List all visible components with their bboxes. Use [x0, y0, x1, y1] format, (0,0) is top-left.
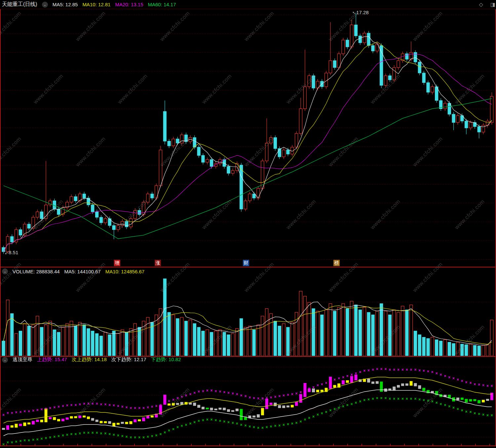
svg-text:×: × — [457, 407, 459, 411]
ad-badge[interactable]: 增 — [114, 260, 120, 266]
stock-title: 天能重工(日线) — [2, 1, 37, 8]
svg-text:×: × — [329, 408, 331, 413]
svg-text:×: × — [57, 404, 60, 409]
svg-text:×: × — [283, 423, 285, 427]
svg-text:×: × — [274, 424, 276, 428]
svg-text:×: × — [397, 396, 400, 401]
svg-text:×: × — [452, 405, 455, 410]
svg-text:×: × — [240, 393, 243, 398]
svg-text:×: × — [206, 388, 209, 393]
svg-text:×: × — [469, 410, 472, 414]
svg-text:×: × — [198, 389, 200, 394]
svg-text:×: × — [32, 437, 34, 442]
svg-text:×: × — [384, 396, 387, 400]
main-candlestick-chart[interactable] — [0, 9, 496, 267]
svg-text:×: × — [223, 390, 225, 395]
svg-text:×: × — [159, 432, 162, 436]
svg-text:×: × — [62, 433, 64, 438]
ad-badge[interactable]: 榜 — [333, 260, 340, 266]
svg-text:×: × — [436, 400, 438, 405]
svg-text:×: × — [325, 410, 327, 414]
svg-text:×: × — [79, 402, 81, 407]
svg-text:×: × — [138, 406, 140, 410]
svg-text:×: × — [134, 435, 136, 440]
svg-text:×: × — [287, 393, 289, 397]
svg-text:×: × — [185, 423, 187, 427]
svg-text:×: × — [126, 405, 128, 410]
svg-text:×: × — [308, 386, 310, 391]
svg-text:×: × — [19, 439, 21, 443]
svg-text:×: × — [236, 421, 238, 426]
svg-text:×: × — [295, 421, 298, 425]
svg-text:×: × — [11, 411, 13, 415]
svg-text:×: × — [431, 399, 434, 404]
svg-text:×: × — [266, 396, 268, 400]
svg-text:×: × — [66, 432, 68, 437]
svg-text:×: × — [83, 401, 85, 406]
chevron-down-icon[interactable]: ⌄ — [2, 357, 8, 363]
svg-text:×: × — [418, 368, 421, 373]
chevron-down-icon[interactable]: ⌄ — [2, 268, 8, 274]
ma20-value: MA20: 13.15 — [115, 2, 143, 7]
svg-text:×: × — [380, 396, 383, 400]
svg-text:×: × — [253, 425, 255, 430]
trend-indicator-chart[interactable]: ××××××××××××××××××××××××××××××××××××××××… — [0, 362, 496, 448]
svg-text:×: × — [36, 437, 39, 442]
down-trend-value: 下趋势: 10.82 — [151, 357, 181, 363]
svg-text:×: × — [257, 426, 259, 430]
svg-text:×: × — [406, 367, 408, 372]
svg-text:×: × — [474, 411, 476, 416]
svg-text:×: × — [49, 435, 51, 440]
svg-text:×: × — [299, 390, 302, 395]
svg-text:×: × — [23, 409, 26, 414]
svg-text:×: × — [236, 392, 238, 396]
chevron-down-icon[interactable]: ⌄ — [42, 2, 48, 8]
svg-text:×: × — [41, 407, 43, 412]
volume-chart[interactable] — [0, 275, 496, 356]
svg-text:×: × — [355, 400, 357, 405]
svg-text:×: × — [359, 399, 361, 404]
svg-text:×: × — [168, 428, 170, 433]
svg-text:×: × — [427, 398, 429, 403]
svg-text:×: × — [142, 435, 145, 440]
svg-text:×: × — [7, 440, 9, 445]
svg-text:×: × — [431, 370, 434, 374]
svg-text:×: × — [291, 421, 293, 426]
svg-text:×: × — [168, 399, 170, 403]
ma5-value: MA5: 12.85 — [53, 2, 78, 7]
svg-text:×: × — [295, 391, 298, 396]
svg-text:×: × — [389, 367, 391, 372]
indicator-header: ⌄ 逃顶至尊 上趋势: 15.47 次上趋势: 14.18 次下趋势: 12.1… — [0, 357, 181, 362]
diamond-icon[interactable]: ◇ — [479, 1, 483, 8]
svg-text:×: × — [164, 430, 166, 435]
ad-badge[interactable]: 财 — [243, 260, 249, 266]
svg-text:×: × — [401, 396, 404, 401]
svg-text:×: × — [312, 385, 315, 390]
svg-text:×: × — [240, 423, 243, 427]
svg-text:×: × — [317, 412, 319, 417]
svg-text:×: × — [478, 412, 480, 416]
svg-text:×: × — [176, 425, 179, 430]
svg-text:×: × — [342, 404, 344, 409]
svg-text:×: × — [23, 438, 26, 443]
svg-text:×: × — [278, 423, 281, 428]
svg-text:×: × — [248, 395, 251, 400]
svg-text:×: × — [159, 403, 162, 407]
svg-text:×: × — [423, 368, 425, 373]
svg-text:×: × — [45, 436, 47, 440]
svg-text:×: × — [36, 408, 39, 412]
svg-text:×: × — [41, 436, 43, 441]
svg-text:×: × — [308, 416, 310, 420]
split-window-icon[interactable]: ◨ — [490, 1, 495, 8]
svg-text:×: × — [96, 401, 98, 406]
svg-text:×: × — [346, 403, 349, 407]
svg-text:×: × — [147, 405, 149, 410]
svg-text:×: × — [96, 431, 98, 435]
low-price-label: ↙8.51 — [5, 250, 18, 255]
svg-text:×: × — [333, 407, 336, 411]
ad-badge[interactable]: 涨 — [155, 260, 161, 266]
svg-text:×: × — [219, 389, 221, 394]
volume-ma5-value: MA5: 144100.67 — [64, 269, 101, 274]
svg-text:×: × — [113, 432, 115, 437]
svg-text:×: × — [227, 420, 230, 425]
